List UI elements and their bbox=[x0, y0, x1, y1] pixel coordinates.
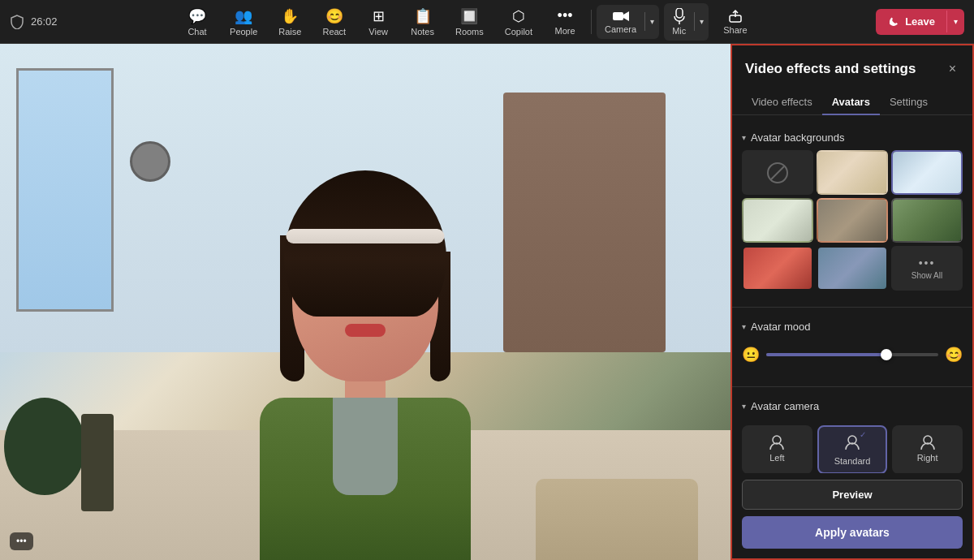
bg-room5-option[interactable] bbox=[891, 198, 963, 243]
preview-button[interactable]: Preview bbox=[742, 480, 963, 510]
nav-more[interactable]: ••• More bbox=[544, 2, 586, 41]
camera-label: Camera bbox=[605, 24, 636, 34]
bg-room2-option[interactable] bbox=[891, 150, 963, 195]
bg-show-all-option[interactable]: ••• Show All bbox=[891, 246, 963, 291]
bg-room3-option[interactable] bbox=[742, 198, 813, 243]
avatar-headband bbox=[287, 229, 445, 243]
video-background bbox=[0, 44, 730, 560]
bg-none-option[interactable] bbox=[742, 150, 813, 195]
panel-header: Video effects and settings × bbox=[732, 45, 972, 89]
camera-section: ▾ Avatar camera Left bbox=[732, 390, 972, 473]
more-overlay-button[interactable]: ••• bbox=[10, 532, 33, 550]
camera-standard-label: Standard bbox=[834, 456, 871, 466]
camera-right-option[interactable]: Right bbox=[892, 425, 963, 473]
nav-divider bbox=[591, 10, 592, 34]
nav-notes-label: Notes bbox=[411, 27, 434, 37]
nav-react-label: React bbox=[322, 27, 346, 37]
camera-right-inner: Right bbox=[917, 433, 938, 463]
leave-label: Leave bbox=[905, 15, 935, 28]
mood-slider-thumb bbox=[881, 349, 892, 360]
nav-people[interactable]: 👥 People bbox=[220, 2, 267, 41]
camera-left-option[interactable]: Left bbox=[742, 425, 812, 473]
mood-section-header[interactable]: ▾ Avatar mood bbox=[732, 317, 972, 339]
camera-standard-option[interactable]: ✓ Standard bbox=[817, 425, 888, 473]
nav-react[interactable]: 😊 React bbox=[312, 2, 356, 41]
nav-copilot-label: Copilot bbox=[505, 27, 532, 37]
backgrounds-section-header[interactable]: ▾ Avatar backgrounds bbox=[732, 128, 972, 150]
leave-dropdown-button[interactable]: ▾ bbox=[946, 11, 964, 32]
bg-room6-option[interactable] bbox=[742, 246, 813, 291]
camera-section-header[interactable]: ▾ Avatar camera bbox=[732, 397, 972, 419]
main-area: ••• Video effects and settings × Video e… bbox=[0, 44, 974, 560]
camera-standard-inner: ✓ Standard bbox=[834, 433, 871, 466]
nav-raise[interactable]: ✋ Raise bbox=[269, 2, 311, 41]
leave-button[interactable]: Leave bbox=[876, 9, 946, 35]
show-all-dots: ••• bbox=[919, 256, 936, 269]
nav-view[interactable]: ⊞ View bbox=[357, 2, 399, 41]
nav-rooms[interactable]: 🔲 Rooms bbox=[446, 2, 493, 41]
mood-arrow-icon: ▾ bbox=[742, 322, 746, 331]
furniture-couch bbox=[536, 479, 698, 560]
avatar-body bbox=[260, 398, 471, 560]
mic-icon bbox=[673, 8, 686, 24]
more-icon: ••• bbox=[558, 7, 573, 24]
mic-button-group: Mic ▾ bbox=[664, 3, 709, 41]
nav-people-label: People bbox=[230, 27, 257, 37]
camera-left-label: Left bbox=[769, 453, 784, 463]
avatar-lips bbox=[345, 324, 386, 337]
notes-icon: 📋 bbox=[414, 7, 432, 25]
nav-notes[interactable]: 📋 Notes bbox=[401, 2, 444, 41]
nav-copilot[interactable]: ⬡ Copilot bbox=[495, 2, 542, 41]
phone-icon bbox=[887, 15, 900, 28]
share-button[interactable]: Share bbox=[713, 4, 756, 40]
video-area: ••• bbox=[0, 44, 730, 560]
mood-section: ▾ Avatar mood 😐 😊 bbox=[732, 311, 972, 383]
raise-icon: ✋ bbox=[281, 7, 299, 25]
panel-title: Video effects and settings bbox=[745, 61, 916, 77]
camera-icon bbox=[613, 10, 629, 23]
mic-toggle-button[interactable]: Mic bbox=[664, 3, 694, 41]
people-icon: 👥 bbox=[235, 7, 252, 25]
mood-slider[interactable] bbox=[766, 353, 938, 356]
nav-chat[interactable]: 💬 Chat bbox=[176, 2, 218, 41]
bg-room4-option[interactable] bbox=[817, 198, 888, 243]
share-label: Share bbox=[723, 25, 747, 35]
camera-right-label: Right bbox=[917, 453, 938, 463]
nav-raise-label: Raise bbox=[278, 27, 301, 37]
shield-logo: 26:02 bbox=[10, 15, 58, 29]
room-panel bbox=[503, 93, 666, 352]
camera-controls: Left ✓ bbox=[732, 419, 972, 473]
svg-rect-1 bbox=[676, 8, 683, 18]
camera-dropdown-button[interactable]: ▾ bbox=[644, 12, 659, 31]
none-icon bbox=[766, 162, 789, 184]
tab-settings[interactable]: Settings bbox=[880, 89, 937, 114]
panel-close-button[interactable]: × bbox=[946, 58, 959, 80]
avatar-container bbox=[223, 106, 507, 560]
section-divider-1 bbox=[732, 307, 972, 308]
svg-rect-0 bbox=[613, 12, 623, 20]
mood-happy-icon: 😊 bbox=[945, 346, 963, 364]
nav-rooms-label: Rooms bbox=[455, 27, 484, 37]
mic-dropdown-button[interactable]: ▾ bbox=[694, 12, 709, 31]
camera-right-icon bbox=[919, 433, 937, 451]
bg-room7-option[interactable] bbox=[817, 246, 888, 291]
backgrounds-section-title: Avatar backgrounds bbox=[751, 131, 844, 144]
bg-room1-option[interactable] bbox=[817, 150, 888, 195]
tab-avatars[interactable]: Avatars bbox=[822, 89, 880, 114]
more-overlay-icon: ••• bbox=[16, 536, 27, 547]
backgrounds-grid: ••• Show All bbox=[732, 150, 972, 297]
apply-button[interactable]: Apply avatars bbox=[742, 516, 963, 549]
copilot-icon: ⬡ bbox=[512, 7, 525, 25]
camera-section-arrow-icon: ▾ bbox=[742, 402, 746, 411]
react-icon: 😊 bbox=[325, 7, 343, 25]
camera-section-title: Avatar camera bbox=[751, 400, 819, 412]
camera-toggle-button[interactable]: Camera bbox=[597, 5, 644, 39]
mood-slider-row: 😐 😊 bbox=[742, 342, 963, 367]
view-icon: ⊞ bbox=[373, 7, 385, 25]
tab-video-effects[interactable]: Video effects bbox=[742, 89, 822, 114]
backgrounds-arrow-icon: ▾ bbox=[742, 133, 746, 142]
svg-line-5 bbox=[771, 166, 784, 179]
camera-left-icon bbox=[768, 433, 786, 451]
avatar-hair bbox=[284, 170, 446, 317]
nav-items: 💬 Chat 👥 People ✋ Raise 😊 React ⊞ View 📋… bbox=[67, 2, 873, 41]
